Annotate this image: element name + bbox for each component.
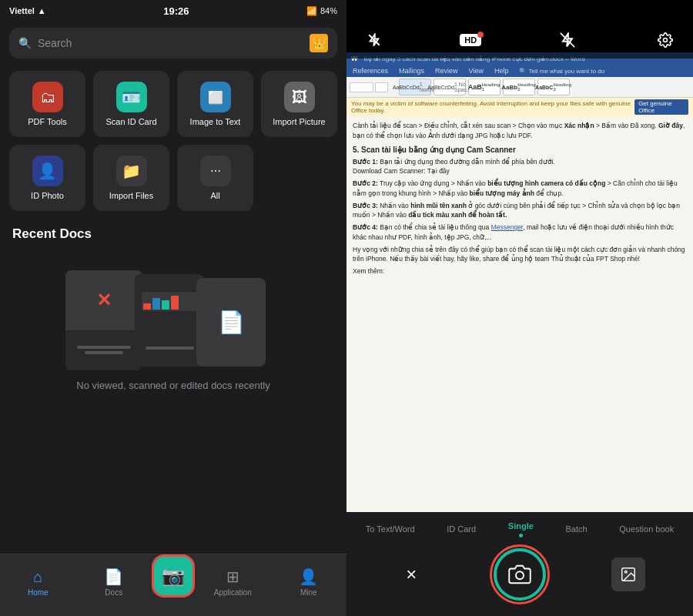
nav-home[interactable]: ⌂ Home <box>0 568 76 597</box>
scan-id-card-icon: 🪪 <box>116 82 147 112</box>
import-files-button[interactable]: 📁 Import Files <box>93 145 169 211</box>
chart-bar-3 <box>162 300 169 310</box>
mailings-tab[interactable]: Mailings <box>396 66 427 75</box>
style-normal[interactable]: AaBbCcDd1 Normal <box>399 79 431 95</box>
recent-docs-title: Recent Docs <box>12 226 334 242</box>
svg-point-3 <box>516 571 524 579</box>
docs-icon: 📄 <box>104 567 123 586</box>
search-bar[interactable]: 🔍 Search 👑 <box>9 28 337 59</box>
wifi-icon: ▲ <box>38 6 46 15</box>
nav-docs-label: Docs <box>105 588 122 597</box>
recent-docs-section: Recent Docs ✕ <box>0 217 346 408</box>
doc-thumbnail-1: ✕ <box>65 270 142 370</box>
nav-home-label: Home <box>28 588 49 597</box>
all-button[interactable]: ⋯ All <box>177 145 253 211</box>
batch-tab[interactable]: Batch <box>562 523 590 535</box>
premium-icon[interactable]: 👑 <box>310 34 328 52</box>
no-docs-text: No viewed, scanned or edited docs recent… <box>76 380 270 391</box>
left-panel: Viettel ▲ 19:26 📶 84% 🔍 Search 👑 🗂 PDF T… <box>0 0 346 616</box>
doc-step3: Bước 3: Nhấn vào hình mũi tên xanh ở góc… <box>353 201 687 221</box>
settings-icon[interactable] <box>653 28 678 52</box>
close-icon: × <box>406 564 417 585</box>
carrier-text: Viettel <box>9 6 35 15</box>
svg-point-2 <box>663 38 667 42</box>
doc-text-area: Cành tải liệu để scan > Điều chỉnh, cắt … <box>346 116 693 524</box>
home-icon: ⌂ <box>33 568 42 586</box>
doc-thumb-inner-1: ✕ <box>65 270 142 330</box>
chart-bar-4 <box>171 296 179 310</box>
chart-bar-2 <box>152 298 160 310</box>
camera-add-icon: 📷 <box>162 565 185 587</box>
hd-badge[interactable]: HD <box>460 34 481 46</box>
review-tab[interactable]: Review <box>432 66 461 75</box>
doc-thumbnail-2 <box>135 274 204 367</box>
single-tab[interactable]: Single <box>505 520 537 532</box>
doc-intro-text: Cành tải liệu để scan > Điều chỉnh, cắt … <box>353 121 687 141</box>
style-heading2[interactable]: AaBbHeading 2 <box>503 79 535 95</box>
gallery-button[interactable] <box>611 557 645 591</box>
doc-see-more: Xem thêm: <box>353 266 687 276</box>
flash-off-icon[interactable] <box>362 28 387 52</box>
references-tab[interactable]: References <box>350 66 391 75</box>
all-icon: ⋯ <box>200 156 231 186</box>
style-heading1[interactable]: AaBHeading 1 <box>468 79 500 95</box>
view-tab[interactable]: View <box>466 66 487 75</box>
bottom-nav: ⌂ Home 📄 Docs 📷 ⊞ Application 👤 Mine <box>0 554 346 616</box>
shutter-button[interactable] <box>494 548 546 601</box>
status-bar: Viettel ▲ 19:26 📶 84% <box>0 0 346 22</box>
doc-thumb-inner-3: 📄 <box>196 278 266 367</box>
doc-heading5: 5. Scan tài liệu bằng ứng dụng Cam Scann… <box>353 144 687 156</box>
alert-text: You may be a victim of software counterf… <box>351 100 634 114</box>
single-tab-container: Single <box>505 520 537 537</box>
chart-bar-1 <box>143 303 151 310</box>
search-input[interactable]: Search <box>38 37 72 49</box>
pdf-tools-button[interactable]: 🗂 PDF Tools <box>9 71 85 137</box>
image-to-text-button[interactable]: ⬜ Image to Text <box>177 71 253 137</box>
doc-content: W Bộ tải ngay 5 cách scan tài liệu văn b… <box>346 52 693 524</box>
question-book-tab[interactable]: Question book <box>616 523 677 535</box>
image-to-text-icon: ⬜ <box>200 82 231 112</box>
nav-application[interactable]: ⊞ Application <box>195 567 271 597</box>
id-photo-button[interactable]: 👤 ID Photo <box>9 145 85 211</box>
id-card-tab[interactable]: ID Card <box>444 523 479 535</box>
doc-thumb-inner-2 <box>135 274 204 330</box>
scan-id-card-button[interactable]: 🪪 Scan ID Card <box>93 71 169 137</box>
camera-mode-tabs: To Text/Word ID Card Single Batch Questi… <box>346 512 693 542</box>
no-flash-icon[interactable] <box>555 28 580 52</box>
doc-conclusion: Hy vọng với những chia sẻ trên đây có th… <box>353 245 687 265</box>
doc-thumb-dots: 📄 <box>218 310 245 335</box>
style-no-spacing[interactable]: AaBbCcDd1 No Spac... <box>434 79 466 95</box>
all-label: All <box>210 191 219 200</box>
help-tab[interactable]: Help <box>491 66 512 75</box>
close-button[interactable]: × <box>394 557 428 591</box>
pdf-tools-label: PDF Tools <box>28 117 67 126</box>
style-heading3[interactable]: AaBbCHeading 3 <box>537 79 570 95</box>
tell-me-tab[interactable]: 🔍 Tell me what you want to do <box>516 66 608 75</box>
doc-line-2 <box>85 351 123 354</box>
carrier-status: Viettel ▲ <box>9 6 46 15</box>
import-picture-icon: 🖼 <box>284 82 315 112</box>
doc-line-1 <box>77 346 131 349</box>
doc-thumbnail-3: 📄 <box>196 278 266 367</box>
single-tab-indicator <box>519 534 523 537</box>
id-photo-icon: 👤 <box>32 156 63 186</box>
import-picture-label: Import Picture <box>273 117 325 126</box>
tools-grid: 🗂 PDF Tools 🪪 Scan ID Card ⬜ Image to Te… <box>0 65 346 217</box>
word-menu-bar: References Mailings Review View Help 🔍 T… <box>346 65 693 77</box>
battery-icon: 📶 <box>306 6 317 16</box>
search-icon: 🔍 <box>18 37 32 49</box>
get-office-button[interactable]: Get genuine Office <box>634 99 688 115</box>
camera-toolbar: HD <box>346 22 693 59</box>
font-name[interactable]: Calibri <box>350 82 373 92</box>
nav-mine[interactable]: 👤 Mine <box>271 567 347 597</box>
doc-step1: Bước 1: Bạn tải ứng dụng theo đường dẫn … <box>353 157 687 177</box>
doc-thumb-bottom-1 <box>65 330 142 370</box>
camera-action-controls: × <box>346 542 693 616</box>
to-text-word-tab[interactable]: To Text/Word <box>363 523 418 535</box>
nav-camera-button[interactable]: 📷 <box>152 554 195 598</box>
nav-docs[interactable]: 📄 Docs <box>76 567 152 597</box>
alert-bar: You may be a victim of software counterf… <box>346 98 693 116</box>
messenger-link[interactable]: Messenger <box>491 223 524 231</box>
font-size[interactable]: 11 <box>375 82 388 92</box>
import-picture-button[interactable]: 🖼 Import Picture <box>261 71 337 137</box>
